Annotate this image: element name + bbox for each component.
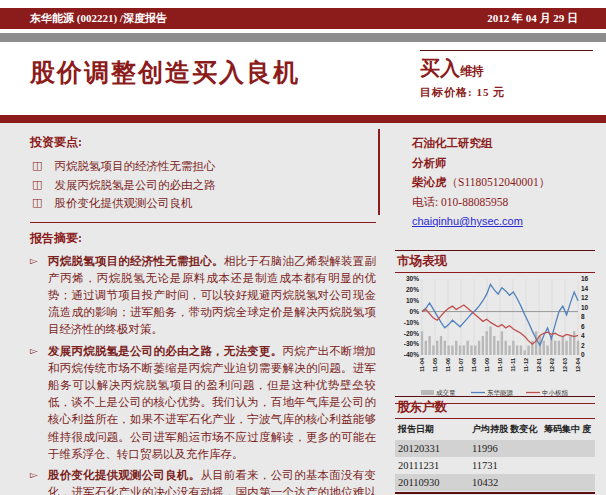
paragraph-lead: 丙烷脱氢项目的经济性无需担心。	[48, 255, 224, 267]
holders-table-row: 2012033111996	[395, 440, 595, 457]
book-icon: ◫	[32, 157, 42, 176]
holders-table-cell: 11731	[472, 457, 544, 474]
book-icon: ◫	[32, 176, 42, 195]
holders-table-cell	[544, 440, 598, 444]
holders-table-cell: 20111231	[395, 457, 472, 474]
paragraph-text: 发展丙烷脱氢是公司的必由之路，无法变更。丙烷产出不断增加和丙烷传统市场不断萎缩是…	[48, 343, 376, 463]
analyst-role: 分析师	[412, 154, 597, 174]
market-heading: 市场表现	[395, 251, 595, 272]
paragraph-lead: 股价变化提供观测公司良机。	[48, 469, 200, 481]
svg-text:-10%: -10%	[404, 319, 419, 326]
rating-label: 买入	[420, 57, 460, 79]
svg-text:11-05: 11-05	[432, 358, 438, 372]
analyst-group: 石油化工研究组	[412, 134, 597, 154]
rating-top-rule	[420, 50, 593, 51]
report-header-date: 2012 年 04 月 29 日	[487, 8, 578, 29]
svg-text:12-01: 12-01	[536, 358, 542, 372]
holders-table-cell	[544, 474, 598, 478]
book-icon: ◫	[32, 194, 42, 213]
holders-table-cell: 20120331	[395, 440, 472, 457]
svg-text:12: 12	[581, 294, 589, 301]
holders-table: 报告日期户均持股 数变化筹码集中 度2012033111996201112311…	[395, 419, 595, 491]
invest-point-item: ◫丙烷脱氢项目的经济性无需担心	[30, 157, 376, 176]
analyst-cert: （S1180512040001）	[447, 176, 551, 188]
holders-table-row: 2011123111731	[395, 457, 595, 474]
report-header-bar: 东华能源 (002221) /深度报告 2012 年 04 月 29 日	[0, 8, 606, 29]
svg-text:-40%: -40%	[404, 351, 419, 358]
summary-heading: 报告摘要:	[30, 230, 376, 247]
invest-points-heading: 投资要点:	[30, 134, 376, 151]
svg-text:10%: 10%	[406, 297, 419, 304]
holders-column-header: 报告日期	[395, 422, 472, 437]
svg-text:14: 14	[581, 285, 589, 292]
gray-separator-bar	[0, 33, 606, 42]
summary-paragraph: ▻发展丙烷脱氢是公司的必由之路，无法变更。丙烷产出不断增加和丙烷传统市场不断萎缩…	[30, 343, 376, 463]
holders-table-cell	[544, 457, 598, 461]
left-column: 投资要点: ◫丙烷脱氢项目的经济性无需担心◫发展丙烷脱氢是公司的必由之路◫股价变…	[30, 130, 376, 495]
svg-text:11-09: 11-09	[484, 358, 490, 372]
svg-text:6: 6	[581, 323, 585, 330]
vertical-column-divider	[378, 129, 380, 215]
svg-text:0: 0	[581, 351, 585, 358]
shareholders-card: 股东户数 报告日期户均持股 数变化筹码集中 度20120331119962011…	[395, 396, 595, 495]
holders-column-header: 筹码集中 度	[544, 422, 598, 437]
svg-text:11-06: 11-06	[445, 358, 451, 372]
svg-text:2: 2	[581, 342, 585, 349]
svg-text:4: 4	[581, 332, 585, 339]
svg-text:中小板指: 中小板指	[542, 389, 569, 396]
market-performance-card: 市场表现 30%20%10%0%-10%-20%-30%-40%02468101…	[395, 250, 595, 404]
paragraph-lead: 发展丙烷脱氢是公司的必由之路，无法变更。	[48, 345, 282, 357]
holders-header-row: 报告日期户均持股 数变化筹码集中 度	[395, 419, 595, 440]
paragraph-text: 股价变化提供观测公司良机。从目前看来，公司的基本面没有变化，进军石化产业的决心没…	[48, 467, 376, 495]
svg-text:20%: 20%	[406, 286, 419, 293]
invest-point-item: ◫股价变化提供观测公司良机	[30, 194, 376, 213]
rating-block: 买入维持 目标价格: 15 元	[420, 50, 593, 100]
svg-text:-20%: -20%	[404, 330, 419, 337]
arrow-bullet-icon: ▻	[30, 469, 40, 495]
summary-paragraph: ▻丙烷脱氢项目的经济性无需担心。相比于石脑油乙烯裂解装置副产丙烯，丙烷脱氢无论是…	[30, 253, 376, 339]
holders-table-cell: 11996	[472, 440, 544, 457]
report-page: 东华能源 (002221) /深度报告 2012 年 04 月 29 日 股价调…	[0, 0, 606, 495]
svg-text:11-08: 11-08	[471, 358, 477, 372]
paragraph-text: 丙烷脱氢项目的经济性无需担心。相比于石脑油乙烯裂解装置副产丙烯，丙烷脱氢无论是原…	[48, 253, 376, 339]
summary-paragraphs: ▻丙烷脱氢项目的经济性无需担心。相比于石脑油乙烯裂解装置副产丙烯，丙烷脱氢无论是…	[30, 253, 376, 495]
holders-heading: 股东户数	[395, 397, 595, 418]
rating-status: 维持	[460, 64, 484, 78]
section-rule	[30, 222, 376, 223]
svg-text:11-04: 11-04	[419, 357, 425, 372]
svg-text:11-12: 11-12	[523, 358, 529, 372]
invest-point-item: ◫发展丙烷脱氢是公司的必由之路	[30, 176, 376, 195]
invest-points-list: ◫丙烷脱氢项目的经济性无需担心◫发展丙烷脱氢是公司的必由之路◫股价变化提供观测公…	[30, 157, 376, 213]
invest-point-text: 丙烷脱氢项目的经济性无需担心	[54, 157, 215, 176]
maroon-divider-bar	[0, 115, 606, 123]
analyst-info: 石油化工研究组 分析师 柴沁虎（S1180512040001） 电话: 010-…	[412, 134, 597, 232]
report-header-left: 东华能源 (002221) /深度报告	[30, 8, 167, 29]
holders-table-row: 2011093010432	[395, 474, 595, 491]
target-price: 目标价格: 15 元	[420, 85, 593, 100]
analyst-name: 柴沁虎	[412, 176, 447, 188]
page-title: 股价调整创造买入良机	[30, 56, 300, 89]
svg-text:10: 10	[581, 304, 589, 311]
arrow-bullet-icon: ▻	[30, 345, 40, 463]
holders-column-header: 户均持股 数变化	[472, 422, 544, 437]
svg-text:12-03: 12-03	[562, 358, 568, 372]
invest-point-text: 股价变化提供观测公司良机	[54, 194, 192, 213]
invest-point-text: 发展丙烷脱氢是公司的必由之路	[54, 176, 215, 195]
svg-text:16: 16	[581, 275, 589, 282]
market-chart: 30%20%10%0%-10%-20%-30%-40%0246810121416…	[395, 273, 595, 399]
holders-table-cell: 20110930	[395, 474, 472, 491]
svg-text:成交量: 成交量	[436, 389, 456, 396]
arrow-bullet-icon: ▻	[30, 255, 40, 339]
svg-text:30%: 30%	[406, 275, 419, 282]
svg-text:11-11: 11-11	[510, 358, 516, 371]
svg-text:-30%: -30%	[404, 340, 419, 347]
svg-text:8: 8	[581, 313, 585, 320]
svg-text:0%: 0%	[410, 308, 420, 315]
analyst-email-link[interactable]: chaiqinhu@hysec.com	[412, 215, 523, 227]
holders-table-cell: 10432	[472, 474, 544, 491]
svg-text:12-02: 12-02	[549, 358, 555, 372]
analyst-name-line: 柴沁虎（S1180512040001）	[412, 173, 597, 193]
svg-text:11-07: 11-07	[458, 358, 464, 372]
svg-text:11-10: 11-10	[497, 358, 503, 372]
summary-paragraph: ▻股价变化提供观测公司良机。从目前看来，公司的基本面没有变化，进军石化产业的决心…	[30, 467, 376, 495]
